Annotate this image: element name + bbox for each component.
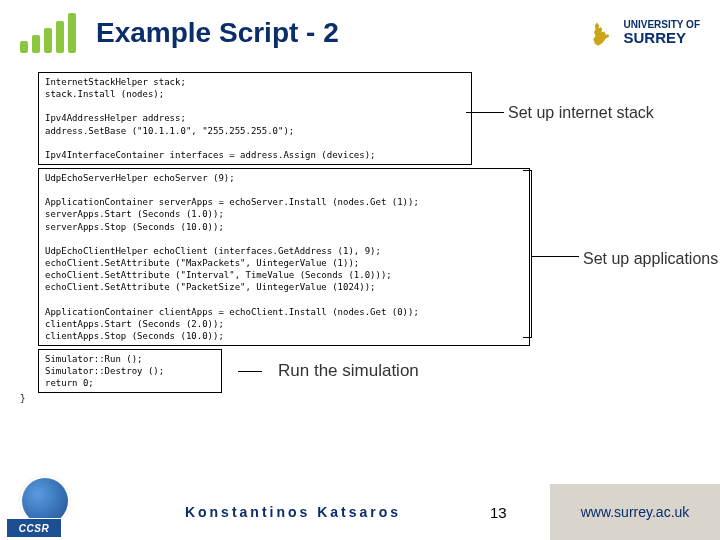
ccsr-logo: CCSR — [0, 484, 96, 540]
footer-url: www.surrey.ac.uk — [550, 484, 720, 540]
closing-brace: } — [20, 393, 695, 405]
ccsr-label: CCSR — [6, 518, 62, 538]
slide-title: Example Script - 2 — [96, 17, 588, 49]
code-block-run: Simulator::Run (); Simulator::Destroy ()… — [38, 349, 222, 393]
annotation-run: Run the simulation — [278, 360, 419, 383]
annotation-apps: Set up applications — [583, 248, 718, 270]
code-block-stack: InternetStackHelper stack; stack.Install… — [38, 72, 472, 165]
university-logo: UNIVERSITY OF SURREY — [588, 18, 701, 48]
annotation-stack: Set up internet stack — [508, 102, 654, 124]
slide-footer: CCSR Konstantinos Katsaros 13 www.surrey… — [0, 484, 720, 540]
university-line2: SURREY — [624, 30, 701, 47]
page-number: 13 — [490, 504, 550, 521]
code-text-1: InternetStackHelper stack; stack.Install… — [45, 76, 465, 161]
author-name: Konstantinos Katsaros — [96, 504, 490, 520]
bars-icon — [20, 13, 76, 53]
code-text-3: Simulator::Run (); Simulator::Destroy ()… — [45, 353, 215, 389]
slide-header: Example Script - 2 UNIVERSITY OF SURREY — [0, 0, 720, 62]
slide-content: InternetStackHelper stack; stack.Install… — [0, 62, 720, 406]
code-text-2: UdpEchoServerHelper echoServer (9); Appl… — [45, 172, 523, 342]
code-block-apps: UdpEchoServerHelper echoServer (9); Appl… — [38, 168, 530, 346]
stag-icon — [588, 18, 618, 48]
